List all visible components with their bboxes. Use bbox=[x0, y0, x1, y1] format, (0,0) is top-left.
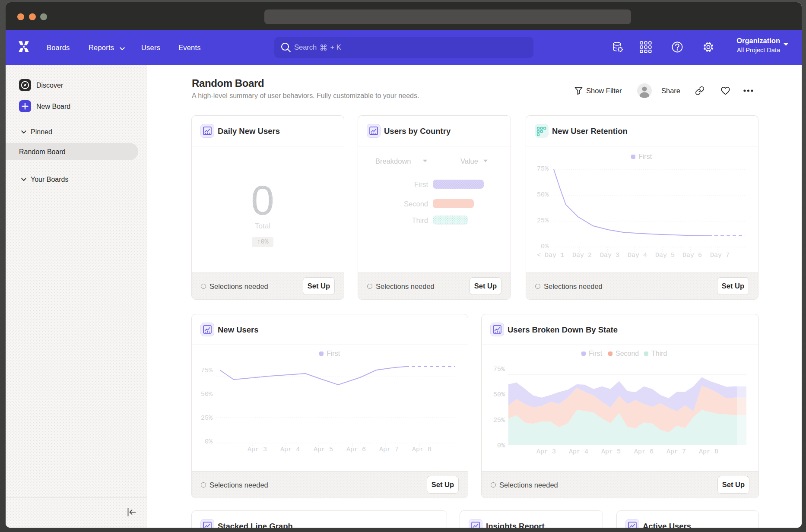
svg-text:0: 0 bbox=[251, 177, 274, 222]
